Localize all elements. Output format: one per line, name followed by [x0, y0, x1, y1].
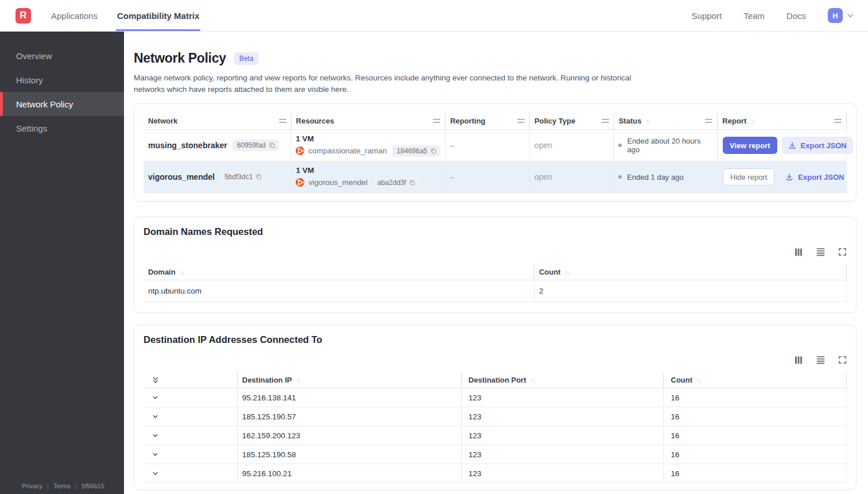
ip-cell: 162.159.200.123 [237, 426, 461, 445]
sidebar-item-settings[interactable]: Settings [0, 116, 124, 140]
chevron-down-icon[interactable] [152, 451, 159, 458]
column-header-status[interactable]: Status ↑↓ [614, 113, 718, 129]
vm-id: 184696a5 [397, 147, 427, 155]
network-id: 60959fad [237, 141, 266, 149]
column-label: Resources [296, 117, 334, 125]
export-json-button[interactable]: Export JSON [779, 168, 850, 186]
network-row[interactable]: vigorous_mendel 5bdf3dc1 1 VM [144, 161, 847, 193]
chevron-down-icon[interactable] [152, 470, 159, 477]
vm-name: compassionate_raman [308, 146, 387, 155]
privacy-link[interactable]: Privacy [22, 483, 42, 489]
destination-row[interactable]: 185.125.190.58 123 16 [144, 445, 847, 464]
column-resize-handle-icon[interactable] [834, 119, 842, 123]
sidebar-item-history[interactable]: History [0, 68, 124, 92]
user-menu[interactable]: H [828, 8, 854, 23]
resources-cell: 1 VM compassionate_raman 184696a5 [290, 130, 445, 161]
network-id-pill[interactable]: 5bdf3dc1 [220, 171, 266, 183]
sidebar-item-network-policy[interactable]: Network Policy [0, 92, 124, 116]
column-label: Destination IP [242, 376, 292, 384]
expand-all-icon[interactable] [152, 376, 160, 385]
domains-table: Domain ↑↓ Count ↑↓ ntp.ubuntu.com 2 [144, 264, 847, 302]
destination-row[interactable]: 162.159.200.123 123 16 [144, 426, 847, 445]
nav-link-docs[interactable]: Docs [786, 11, 806, 21]
column-header-count[interactable]: Count ↑↓ [663, 372, 847, 388]
domain-row[interactable]: ntp.ubuntu.com 2 [144, 280, 847, 302]
column-resize-handle-icon[interactable] [602, 119, 609, 123]
port-cell: 123 [461, 445, 662, 464]
sort-icon[interactable]: ↑↓ [696, 377, 700, 384]
destination-row[interactable]: 95.216.138.141 123 16 [144, 388, 847, 407]
vm-id-pill[interactable]: aba2dd3f [373, 177, 419, 188]
columns-icon[interactable] [794, 356, 803, 365]
column-header-network[interactable]: Network [144, 113, 291, 129]
copy-icon[interactable] [269, 142, 276, 149]
sort-icon[interactable]: ↑↓ [296, 377, 300, 384]
domain-cell: ntp.ubuntu.com [144, 280, 534, 302]
network-name-cell: musing_stonebraker 60959fad [144, 130, 290, 161]
status-text: Ended 1 day ago [627, 173, 683, 182]
sort-icon[interactable]: ↑↓ [645, 118, 649, 125]
sort-icon[interactable]: ↑↓ [564, 269, 568, 276]
nav-tab-applications[interactable]: Applications [51, 0, 98, 31]
column-header-count[interactable]: Count ↑↓ [534, 264, 847, 280]
chevron-down-icon[interactable] [152, 432, 159, 439]
hide-report-button[interactable]: Hide report [723, 168, 774, 186]
export-json-button[interactable]: Export JSON [782, 137, 853, 154]
avatar[interactable]: H [828, 8, 843, 23]
network-id-pill[interactable]: 60959fad [232, 140, 279, 151]
copy-icon[interactable] [409, 179, 416, 186]
expand-cell [144, 464, 237, 483]
terms-link[interactable]: Terms [53, 483, 71, 489]
column-resize-handle-icon[interactable] [433, 119, 440, 123]
sidebar-item-overview[interactable]: Overview [0, 44, 124, 68]
column-header-report[interactable]: Report ↑↓ [717, 113, 847, 129]
network-row[interactable]: musing_stonebraker 60959fad 1 VM [144, 130, 847, 161]
brand-logo[interactable]: R [16, 8, 31, 24]
columns-icon[interactable] [794, 248, 803, 257]
row-density-icon[interactable] [816, 247, 826, 257]
sort-icon[interactable]: ↑↓ [530, 377, 534, 384]
nav-link-team[interactable]: Team [743, 11, 765, 21]
sort-icon[interactable]: ↑↓ [180, 269, 184, 276]
column-header-reporting[interactable]: Reporting [445, 113, 529, 129]
nav-link-support[interactable]: Support [692, 11, 722, 21]
column-header-domain[interactable]: Domain ↑↓ [144, 264, 534, 280]
column-header-destination-port[interactable]: Destination Port ↑↓ [461, 372, 662, 388]
column-header-policy-type[interactable]: Policy Type [529, 113, 614, 129]
reporting-cell: – [445, 161, 529, 192]
ip-cell: 95.216.138.141 [237, 388, 461, 407]
active-tab-underline [116, 29, 200, 31]
destination-row[interactable]: 95.216.100.21 123 16 [144, 464, 847, 483]
copy-icon[interactable] [430, 148, 437, 155]
chevron-down-icon[interactable] [152, 413, 159, 420]
row-density-icon[interactable] [816, 355, 826, 365]
vm-id: aba2dd3f [377, 179, 406, 187]
view-report-button[interactable]: View report [723, 137, 777, 154]
copy-icon[interactable] [255, 173, 262, 180]
column-header-destination-ip[interactable]: Destination IP ↑↓ [237, 372, 461, 388]
count-cell: 16 [663, 426, 847, 445]
column-label: Status [619, 117, 642, 125]
destinations-table-header: Destination IP ↑↓ Destination Port ↑↓ Co… [144, 372, 847, 388]
vm-id-pill[interactable]: 184696a5 [392, 145, 440, 157]
card-title: Destination IP Addresses Connected To [144, 334, 847, 345]
networks-table: Network Resources Reporting [144, 113, 847, 193]
fullscreen-icon[interactable] [838, 356, 847, 364]
destination-row[interactable]: 185.125.190.57 123 16 [144, 407, 847, 426]
nav-tab-label: Compatibility Matrix [117, 11, 199, 21]
column-resize-handle-icon[interactable] [705, 119, 712, 123]
networks-table-header: Network Resources Reporting [144, 113, 847, 130]
column-header-resources[interactable]: Resources [291, 113, 445, 129]
column-resize-handle-icon[interactable] [517, 119, 525, 123]
fullscreen-icon[interactable] [838, 248, 847, 256]
column-resize-handle-icon[interactable] [279, 119, 286, 123]
chevron-down-icon[interactable] [846, 11, 854, 20]
count-cell: 16 [663, 388, 847, 407]
column-header-expand-all[interactable] [144, 372, 237, 388]
resources-cell: 1 VM vigorous_mendel aba2dd3f [290, 161, 444, 192]
network-name: vigorous_mendel [148, 172, 215, 182]
sort-icon[interactable]: ↑↓ [750, 118, 754, 125]
chevron-down-icon[interactable] [152, 394, 159, 402]
table-toolbar [144, 247, 847, 257]
nav-tab-compatibility-matrix[interactable]: Compatibility Matrix [117, 0, 199, 31]
